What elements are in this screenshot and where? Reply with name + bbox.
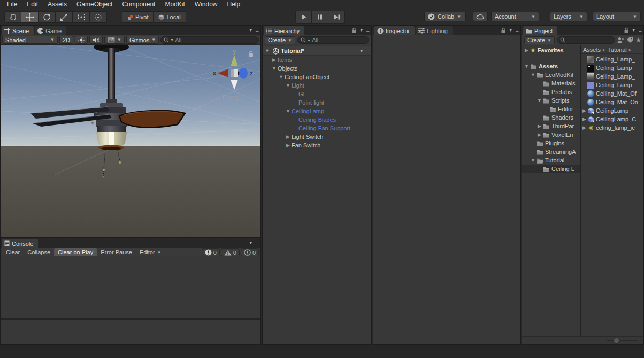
- move-tool-button[interactable]: [21, 11, 39, 23]
- collapsed-arrow-icon[interactable]: ▶: [581, 125, 587, 130]
- shaded-dropdown[interactable]: Shaded▼: [2, 36, 58, 44]
- pane-dropdown-icon[interactable]: ▼: [632, 28, 636, 33]
- tab-game[interactable]: Game: [35, 26, 66, 35]
- scene-effects-dropdown[interactable]: ▼: [104, 36, 125, 44]
- gizmo-z-cone[interactable]: [239, 68, 248, 79]
- hierarchy-item-light[interactable]: ▼Light: [263, 81, 371, 90]
- collapsed-arrow-icon[interactable]: ▶: [536, 132, 543, 137]
- viewport-lock-icon[interactable]: [248, 50, 254, 57]
- favorites-star-icon[interactable]: ★: [635, 36, 641, 44]
- project-file-celing-lamp-ic[interactable]: ▶celing_lamp_ic: [581, 123, 643, 132]
- console-message-list[interactable]: [1, 256, 260, 320]
- hierarchy-item-ceiling-fan-support[interactable]: Ceiling Fan Support: [263, 124, 371, 133]
- hierarchy-item-ceiling-blades[interactable]: Ceiling Blades: [263, 115, 371, 124]
- project-folder-streaminga[interactable]: StreamingA: [522, 147, 580, 156]
- step-button[interactable]: [328, 11, 345, 24]
- tab-inspector[interactable]: Inspector: [374, 26, 415, 35]
- hierarchy-item-point-light[interactable]: Point light: [263, 98, 371, 107]
- console-button-clear[interactable]: Clear: [2, 248, 24, 256]
- lock-icon[interactable]: [624, 27, 629, 33]
- console-button-clear-on-play[interactable]: Clear on Play: [54, 248, 97, 256]
- project-file-ceiling-lamp[interactable]: Ceiling_Lamp_: [581, 55, 643, 64]
- pane-menu-icon[interactable]: ≡: [366, 27, 369, 33]
- rotate-tool-button[interactable]: [39, 11, 56, 23]
- error-count-badge[interactable]: 0: [241, 248, 259, 256]
- expanded-arrow-icon[interactable]: ▼: [264, 48, 271, 53]
- scene-search-input[interactable]: ▼ All: [160, 36, 259, 44]
- project-folder-assets[interactable]: ▼Assets: [522, 62, 580, 71]
- hierarchy-item-items[interactable]: ▶Items: [263, 56, 371, 64]
- 2d-toggle-button[interactable]: 2D: [59, 36, 73, 44]
- hierarchy-item-objects[interactable]: ▼Objects: [263, 64, 371, 73]
- search-by-type-icon[interactable]: [617, 37, 624, 43]
- console-button-editor[interactable]: Editor▼: [136, 248, 165, 256]
- hierarchy-item-ceilinglamp[interactable]: ▼CeilingLamp: [263, 107, 371, 115]
- menu-edit[interactable]: Edit: [22, 0, 43, 9]
- hierarchy-search-input[interactable]: ▼ All: [297, 36, 369, 44]
- collapsed-arrow-icon[interactable]: ▶: [581, 108, 587, 113]
- project-file-ceiling-mat-of[interactable]: Ceiling_Mat_Of: [581, 89, 643, 98]
- collapsed-arrow-icon[interactable]: ▶: [523, 48, 530, 53]
- layout-dropdown[interactable]: Layout▼: [593, 12, 641, 21]
- hierarchy-create-button[interactable]: Create▼: [265, 36, 295, 44]
- tab-scene[interactable]: Scene: [2, 26, 34, 35]
- menu-file[interactable]: File: [2, 0, 22, 9]
- hand-tool-button[interactable]: [4, 11, 21, 23]
- menu-modkit[interactable]: ModKit: [160, 0, 189, 9]
- expanded-arrow-icon[interactable]: ▼: [278, 74, 285, 80]
- project-folder-ceiling-l[interactable]: Ceiling L: [522, 165, 580, 173]
- project-create-button[interactable]: Create▼: [524, 36, 555, 44]
- scale-tool-button[interactable]: [56, 11, 73, 23]
- console-detail-pane[interactable]: [1, 321, 260, 344]
- menu-component[interactable]: Component: [117, 0, 160, 9]
- gizmo-down-cone[interactable]: [231, 80, 238, 90]
- collapsed-arrow-icon[interactable]: ▶: [285, 143, 292, 148]
- cloud-button[interactable]: [473, 12, 488, 21]
- project-folder-plugins[interactable]: Plugins: [522, 139, 580, 147]
- collapsed-arrow-icon[interactable]: ▶: [285, 134, 292, 139]
- console-button-error-pause[interactable]: Error Pause: [97, 248, 136, 256]
- project-folder-tutorial[interactable]: ▼Tutorial: [522, 156, 580, 165]
- project-file-ceiling-lamp[interactable]: Ceiling_Lamp_: [581, 64, 643, 72]
- project-folder-thirdpar[interactable]: ▶ThirdPar: [522, 122, 580, 130]
- pivot-toggle-button[interactable]: Pivot: [122, 11, 154, 23]
- tab-console[interactable]: Console: [2, 239, 38, 248]
- scene-menu-icon[interactable]: ≡: [366, 48, 369, 54]
- expanded-arrow-icon[interactable]: ▼: [271, 66, 278, 71]
- collapsed-arrow-icon[interactable]: ▶: [581, 116, 587, 122]
- rect-tool-button[interactable]: [73, 11, 90, 23]
- pane-dropdown-icon[interactable]: ▼: [359, 28, 364, 33]
- project-folder-editor[interactable]: Editor: [522, 105, 580, 113]
- search-filter-icon[interactable]: ▼: [170, 38, 174, 42]
- scene-viewport[interactable]: y x z ◁Persp: [1, 45, 260, 237]
- info-count-badge[interactable]: 0: [202, 248, 220, 256]
- project-folder-prefabs[interactable]: Prefabs: [522, 88, 580, 96]
- slider-knob[interactable]: [614, 338, 619, 344]
- layers-dropdown[interactable]: Layers▼: [550, 12, 587, 21]
- pane-dropdown-icon[interactable]: ▼: [249, 240, 253, 245]
- pane-dropdown-icon[interactable]: ▼: [509, 28, 513, 33]
- hierarchy-item-light-switch[interactable]: ▶Light Switch: [263, 133, 371, 141]
- lock-icon[interactable]: [501, 27, 506, 33]
- expanded-arrow-icon[interactable]: ▼: [285, 83, 292, 88]
- perspective-toggle[interactable]: ◁Persp: [216, 94, 239, 102]
- project-folder-scripts[interactable]: ▼Scripts: [522, 96, 580, 105]
- scene-dropdown-icon[interactable]: ▼: [359, 49, 364, 53]
- hierarchy-item-fan-switch[interactable]: ▶Fan Switch: [263, 141, 371, 150]
- warning-count-badge[interactable]: 0: [221, 248, 240, 256]
- hierarchy-item-ceilingfanobject[interactable]: ▼CeilingFanObject: [263, 73, 371, 81]
- tab-lighting[interactable]: Lighting: [416, 26, 453, 35]
- tab-project[interactable]: Project: [523, 26, 557, 35]
- pane-menu-icon[interactable]: ≡: [256, 27, 258, 33]
- expanded-arrow-icon[interactable]: ▼: [530, 158, 536, 163]
- project-search-input[interactable]: [557, 36, 615, 44]
- expanded-arrow-icon[interactable]: ▼: [536, 98, 543, 103]
- expanded-arrow-icon[interactable]: ▼: [285, 108, 292, 114]
- gizmo-y-cone[interactable]: [231, 55, 238, 66]
- tab-hierarchy[interactable]: Hierarchy: [264, 26, 304, 35]
- gizmos-dropdown[interactable]: Gizmos▼: [126, 36, 159, 44]
- pane-dropdown-icon[interactable]: ▼: [249, 28, 253, 33]
- account-dropdown[interactable]: Account▼: [491, 12, 539, 21]
- play-button[interactable]: [295, 11, 312, 24]
- pane-menu-icon[interactable]: ≡: [256, 239, 258, 246]
